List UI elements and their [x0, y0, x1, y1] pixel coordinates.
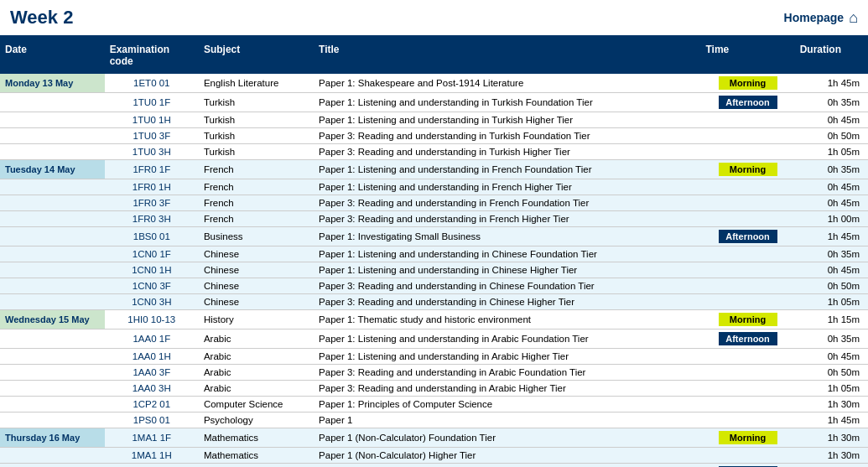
subject-cell: Business	[199, 227, 314, 246]
exam-code-cell: 1MA1 1H	[105, 448, 199, 464]
table-row: 1CP2 01Computer SciencePaper 1: Principl…	[0, 397, 868, 413]
table-row: 1PS0 01PsychologyPaper 11h 45m	[0, 413, 868, 428]
table-row: 1TU0 3FTurkishPaper 3: Reading and under…	[0, 128, 868, 144]
table-row: Wednesday 15 May1HI0 10-13HistoryPaper 1…	[0, 310, 868, 329]
table-row: 1TU0 3HTurkishPaper 3: Reading and under…	[0, 144, 868, 160]
title-cell: Paper 3: Reading and understanding in Fr…	[314, 211, 700, 227]
time-cell: Morning	[700, 74, 794, 93]
duration-cell: 1h 05m	[795, 381, 868, 397]
col-date: Date	[0, 37, 105, 74]
time-cell	[700, 262, 794, 278]
exam-code-cell: 1FR0 3F	[105, 195, 199, 211]
date-cell	[0, 448, 105, 464]
subject-cell: Religious Studies A	[199, 464, 314, 468]
table-row: 1BS0 01BusinessPaper 1: Investigating Sm…	[0, 227, 868, 246]
title-cell: Paper 3: Reading and understanding in Ch…	[314, 294, 700, 310]
time-cell	[700, 349, 794, 365]
time-cell: Afternoon	[700, 93, 794, 112]
subject-cell: English Literature	[199, 74, 314, 93]
title-cell: Paper 3: Reading and understanding in Tu…	[314, 128, 700, 144]
subject-cell: Chinese	[199, 262, 314, 278]
date-cell	[0, 397, 105, 413]
table-row: 1FR0 3HFrenchPaper 3: Reading and unders…	[0, 211, 868, 227]
subject-cell: Chinese	[199, 294, 314, 310]
table-row: 1AA0 1FArabicPaper 1: Listening and unde…	[0, 329, 868, 349]
date-cell: Thursday 16 May	[0, 428, 105, 448]
time-cell: Afternoon	[700, 227, 794, 246]
subject-cell: Turkish	[199, 128, 314, 144]
duration-cell: 0h 50m	[795, 128, 868, 144]
exam-code-cell: 1MA1 1F	[105, 428, 199, 448]
date-cell	[0, 227, 105, 246]
subject-cell: Psychology	[199, 413, 314, 428]
exam-code-cell: 1BS0 01	[105, 227, 199, 246]
date-cell	[0, 294, 105, 310]
exam-code-cell: 1CN0 3F	[105, 278, 199, 294]
table-row: Monday 13 May1ET0 01English LiteraturePa…	[0, 74, 868, 93]
title-cell: Paper 1 (Non-Calculator) Higher Tier	[314, 448, 700, 464]
time-cell	[700, 413, 794, 428]
date-cell	[0, 211, 105, 227]
exam-code-cell: 1AA0 3H	[105, 381, 199, 397]
subject-cell: Arabic	[199, 329, 314, 349]
subject-cell: French	[199, 211, 314, 227]
time-cell	[700, 294, 794, 310]
duration-cell: 1h 05m	[795, 144, 868, 160]
page-title: Week 2	[10, 7, 73, 29]
subject-cell: Arabic	[199, 365, 314, 381]
col-duration: Duration	[795, 37, 868, 74]
time-cell	[700, 278, 794, 294]
duration-cell: 0h 35m	[795, 160, 868, 179]
homepage-link[interactable]: Homepage ⌂	[784, 9, 858, 27]
subject-cell: Chinese	[199, 246, 314, 262]
title-cell: Paper 3: Reading and understanding in Ar…	[314, 381, 700, 397]
duration-cell: 1h 15m	[795, 310, 868, 329]
homepage-label: Homepage	[784, 11, 845, 24]
duration-cell: 1h 45m	[795, 227, 868, 246]
time-cell	[700, 211, 794, 227]
morning-badge: Morning	[719, 431, 777, 444]
subject-cell: Computer Science	[199, 397, 314, 413]
exam-code-cell: 1TU0 3H	[105, 144, 199, 160]
time-cell	[700, 397, 794, 413]
exam-code-cell: 1CN0 1F	[105, 246, 199, 262]
table-row: 1TU0 1FTurkishPaper 1: Listening and und…	[0, 93, 868, 112]
date-cell	[0, 144, 105, 160]
afternoon-badge: Afternoon	[719, 332, 777, 345]
date-cell	[0, 278, 105, 294]
title-cell: Paper 3: Reading and understanding in Fr…	[314, 195, 700, 211]
time-cell	[700, 448, 794, 464]
exam-code-cell: 1AA0 3F	[105, 365, 199, 381]
exam-table: Date Examinationcode Subject Title Time …	[0, 37, 868, 467]
duration-cell: 0h 50m	[795, 464, 868, 468]
time-cell	[700, 365, 794, 381]
subject-cell: Arabic	[199, 381, 314, 397]
exam-code-cell: 1TU0 1H	[105, 112, 199, 128]
exam-code-cell: 1HI0 10-13	[105, 310, 199, 329]
duration-cell: 0h 45m	[795, 349, 868, 365]
duration-cell: 0h 35m	[795, 93, 868, 112]
exam-code-cell: 1AA0 1H	[105, 349, 199, 365]
home-icon: ⌂	[849, 9, 858, 27]
duration-cell: 1h 45m	[795, 413, 868, 428]
date-cell: Wednesday 15 May	[0, 310, 105, 329]
title-cell: Paper 3: Reading and understanding in Tu…	[314, 144, 700, 160]
time-cell: Afternoon	[700, 464, 794, 468]
exam-code-cell: 1FR0 3H	[105, 211, 199, 227]
duration-cell: 0h 45m	[795, 179, 868, 195]
subject-cell: French	[199, 195, 314, 211]
date-cell	[0, 195, 105, 211]
duration-cell: 0h 45m	[795, 262, 868, 278]
title-cell: Paper 1 (Non-Calculator) Foundation Tier	[314, 428, 700, 448]
date-cell: Tuesday 14 May	[0, 160, 105, 179]
title-cell: Paper 1: Listening and understanding in …	[314, 329, 700, 349]
time-cell	[700, 144, 794, 160]
date-cell	[0, 179, 105, 195]
title-cell: Paper 1: Investigating Small Business	[314, 227, 700, 246]
duration-cell: 1h 00m	[795, 211, 868, 227]
date-cell	[0, 112, 105, 128]
table-row: 1FR0 3FFrenchPaper 3: Reading and unders…	[0, 195, 868, 211]
title-cell: Paper 1: Listening and understanding in …	[314, 93, 700, 112]
col-exam-code: Examinationcode	[105, 37, 199, 74]
time-cell	[700, 381, 794, 397]
